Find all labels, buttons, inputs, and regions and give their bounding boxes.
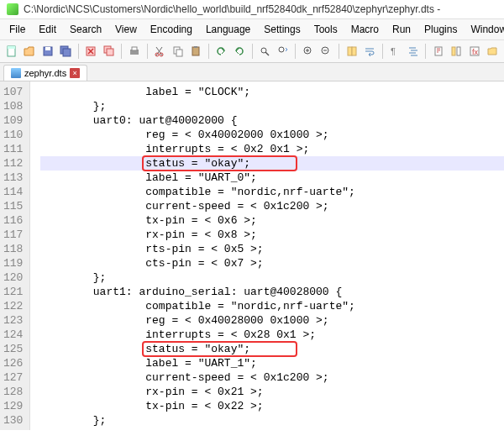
code-line[interactable]: reg = < 0x40002000 0x1000 >; (40, 128, 504, 142)
code-line[interactable]: interrupts = < 0x2 0x1 >; (40, 142, 504, 156)
code-line[interactable]: label = "UART_1"; (40, 356, 504, 370)
code-line[interactable]: cts-pin = < 0x7 >; (40, 256, 504, 270)
redo-icon[interactable] (231, 42, 247, 60)
separator (78, 44, 79, 59)
code-line[interactable]: }; (40, 99, 504, 113)
app-icon (7, 3, 18, 15)
menu-file[interactable]: File (3, 21, 31, 38)
save-all-icon[interactable] (57, 42, 73, 60)
line-number: 109 (3, 113, 23, 128)
separator (147, 44, 148, 59)
svg-text:¶: ¶ (391, 46, 396, 56)
code-line[interactable]: current-speed = < 0x1c200 >; (40, 370, 504, 385)
tab-zephyr-dts[interactable]: zephyr.dts × (3, 65, 87, 81)
svg-point-18 (279, 47, 284, 52)
line-number: 111 (3, 142, 23, 156)
line-number: 122 (3, 299, 23, 313)
title-path: C:\Nordic\NCS\Customers\Nordic\hello_wor… (24, 3, 440, 15)
open-file-icon[interactable] (21, 42, 37, 60)
svg-rect-16 (194, 46, 197, 48)
svg-text:fx: fx (472, 48, 479, 56)
save-icon[interactable] (39, 42, 55, 60)
print-icon[interactable] (126, 42, 142, 60)
code-line[interactable]: label = "CLOCK"; (40, 85, 504, 99)
menu-run[interactable]: Run (386, 21, 417, 38)
separator (208, 44, 209, 59)
zoom-in-icon[interactable] (300, 42, 316, 60)
cut-icon[interactable] (152, 42, 168, 60)
undo-icon[interactable] (213, 42, 229, 60)
line-number: 127 (3, 370, 23, 385)
menu-settings[interactable]: Settings (258, 21, 306, 38)
code-line[interactable]: tx-pin = < 0x6 >; (40, 213, 504, 228)
sync-icon[interactable] (344, 42, 360, 60)
line-number: 113 (3, 171, 23, 185)
line-number: 120 (3, 270, 23, 285)
code-line[interactable]: }; (40, 413, 504, 428)
folder-icon[interactable] (485, 42, 501, 60)
menu-window[interactable]: Window (465, 21, 504, 38)
editor[interactable]: 1071081091101111121131141151161171181191… (0, 81, 504, 430)
code-line[interactable]: compatible = "nordic,nrf-uarte"; (40, 185, 504, 199)
code-line[interactable]: rx-pin = < 0x8 >; (40, 228, 504, 242)
code-line[interactable]: rx-pin = < 0x21 >; (40, 385, 504, 399)
line-number: 124 (3, 328, 23, 342)
code-line[interactable]: rts-pin = < 0x5 >; (40, 242, 504, 256)
wrap-icon[interactable] (361, 42, 377, 60)
code-area[interactable]: label = "CLOCK"; }; uart0: uart@40002000… (30, 81, 504, 430)
svg-rect-10 (132, 47, 137, 50)
svg-rect-22 (352, 47, 356, 55)
replace-icon[interactable] (275, 42, 291, 60)
line-number: 114 (3, 185, 23, 199)
copy-icon[interactable] (170, 42, 186, 60)
svg-rect-1 (8, 46, 15, 49)
tab-close-button[interactable]: × (70, 68, 80, 78)
title-bar: C:\Nordic\NCS\Customers\Nordic\hello_wor… (0, 0, 504, 19)
line-number: 108 (3, 99, 23, 113)
line-number: 126 (3, 356, 23, 370)
code-line[interactable]: tx-pin = < 0x22 >; (40, 399, 504, 413)
code-line[interactable]: uart1: arduino_serial: uart@40028000 { (40, 285, 504, 299)
line-number: 128 (3, 385, 23, 399)
menu-search[interactable]: Search (64, 21, 108, 38)
svg-rect-26 (457, 47, 460, 55)
code-line[interactable]: status = "okay"; (40, 342, 504, 356)
menu-bar: FileEditSearchViewEncodingLanguageSettin… (0, 19, 504, 40)
line-number: 130 (3, 413, 23, 428)
new-file-icon[interactable] (3, 42, 19, 60)
line-number-gutter: 1071081091101111121131141151161171181191… (0, 81, 30, 430)
code-line[interactable]: uart0: uart@40002000 { (40, 113, 504, 128)
code-line[interactable]: }; (40, 270, 504, 285)
code-line[interactable]: reg = < 0x40028000 0x1000 >; (40, 313, 504, 328)
line-number: 115 (3, 199, 23, 213)
menu-plugins[interactable]: Plugins (418, 21, 463, 38)
menu-tools[interactable]: Tools (308, 21, 344, 38)
menu-macro[interactable]: Macro (345, 21, 385, 38)
code-line[interactable]: status = "okay"; (40, 156, 504, 171)
line-number: 118 (3, 242, 23, 256)
close-icon[interactable] (83, 42, 99, 60)
svg-rect-3 (45, 47, 50, 50)
code-line[interactable]: interrupts = < 0x28 0x1 >; (40, 328, 504, 342)
hidden-chars-icon[interactable]: ¶ (387, 42, 403, 60)
separator (425, 44, 426, 59)
function-list-icon[interactable]: fx (466, 42, 482, 60)
line-number: 121 (3, 285, 23, 299)
doc-map-icon[interactable] (430, 42, 446, 60)
close-all-icon[interactable] (101, 42, 117, 60)
code-line[interactable]: current-speed = < 0x1c200 >; (40, 199, 504, 213)
indent-guide-icon[interactable] (405, 42, 421, 60)
code-line[interactable]: compatible = "nordic,nrf-uarte"; (40, 299, 504, 313)
line-number: 112 (3, 156, 23, 171)
menu-edit[interactable]: Edit (33, 21, 62, 38)
line-number: 116 (3, 213, 23, 228)
zoom-out-icon[interactable] (318, 42, 334, 60)
paste-icon[interactable] (187, 42, 203, 60)
menu-encoding[interactable]: Encoding (144, 21, 198, 38)
code-line[interactable]: label = "UART_0"; (40, 171, 504, 185)
doc-list-icon[interactable] (449, 42, 465, 60)
menu-view[interactable]: View (109, 21, 143, 38)
find-icon[interactable] (256, 42, 272, 60)
svg-rect-5 (63, 49, 71, 56)
menu-language[interactable]: Language (200, 21, 256, 38)
